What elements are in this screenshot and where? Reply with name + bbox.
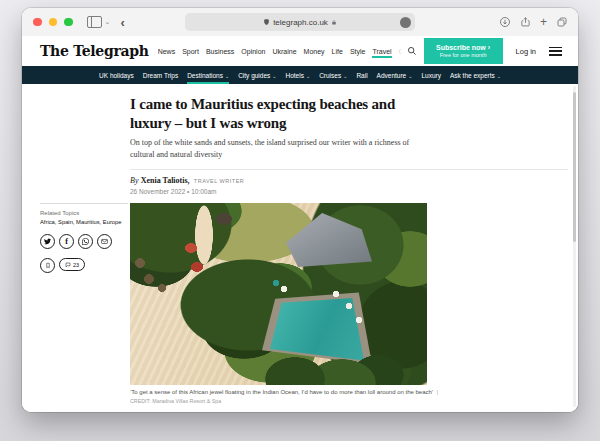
nav-opinion[interactable]: Opinion bbox=[241, 45, 265, 58]
desktop-background: ⌄ ‹ telegraph.co.uk bbox=[0, 0, 600, 441]
search-button[interactable] bbox=[407, 46, 417, 56]
menu-button[interactable] bbox=[549, 47, 562, 56]
url-text: telegraph.co.uk bbox=[273, 18, 328, 27]
nav-news[interactable]: News bbox=[158, 45, 176, 58]
privacy-shield-icon bbox=[263, 18, 270, 26]
downloads-icon bbox=[499, 16, 511, 28]
byline-prefix: By bbox=[130, 176, 138, 185]
subscribe-label: Subscribe now bbox=[436, 44, 486, 51]
nav-overflow-fade bbox=[391, 36, 405, 66]
article-headline: I came to Mauritius expecting beaches an… bbox=[130, 95, 430, 133]
subnav-hotels[interactable]: Hotels⌄ bbox=[285, 66, 310, 84]
nav-style[interactable]: Style bbox=[350, 45, 366, 58]
scrollbar-thumb[interactable] bbox=[573, 92, 576, 242]
credit-text: Maradiva Villas Resort & Spa bbox=[152, 398, 221, 404]
caption-text: ‘To get a sense of this African jewel fl… bbox=[130, 389, 433, 395]
extension-icon[interactable] bbox=[400, 17, 411, 28]
chevron-right-icon: › bbox=[488, 44, 490, 51]
nav-sport[interactable]: Sport bbox=[182, 45, 199, 58]
lock-icon bbox=[331, 19, 337, 26]
new-tab-button[interactable]: + bbox=[540, 16, 547, 28]
twitter-share-button[interactable] bbox=[40, 234, 55, 249]
email-share-button[interactable] bbox=[97, 234, 112, 249]
chevron-down-icon: ⌄ bbox=[306, 73, 310, 79]
primary-nav: News Sport Business Opinion Ukraine Mone… bbox=[158, 36, 405, 66]
share-icon bbox=[520, 16, 531, 28]
subnav-dream-trips[interactable]: Dream Trips bbox=[143, 66, 178, 84]
author-role: TRAVEL WRITER bbox=[194, 178, 245, 184]
telegraph-logo[interactable]: The Telegraph bbox=[40, 43, 149, 59]
nav-money[interactable]: Money bbox=[304, 45, 325, 58]
chevron-down-icon: ⌄ bbox=[272, 73, 276, 79]
window-controls bbox=[22, 18, 73, 27]
image-caption: ‘To get a sense of this African jewel fl… bbox=[130, 388, 450, 406]
divider bbox=[130, 169, 568, 170]
tab-group-chevron-icon[interactable]: ⌄ bbox=[105, 18, 111, 26]
byline: By Xenia Taliotis, TRAVEL WRITER bbox=[130, 176, 244, 185]
whatsapp-share-button[interactable] bbox=[78, 234, 93, 249]
chevron-down-icon: ⌄ bbox=[497, 73, 501, 79]
related-topics-title: Related Topics bbox=[40, 210, 128, 216]
subscribe-sublabel: Free for one month bbox=[440, 52, 487, 58]
article-hero-image bbox=[130, 203, 427, 385]
comments-button[interactable]: 23 bbox=[59, 258, 85, 271]
minimize-button[interactable] bbox=[49, 18, 58, 27]
browser-toolbar: ⌄ ‹ telegraph.co.uk bbox=[22, 8, 578, 37]
nav-life[interactable]: Life bbox=[332, 45, 343, 58]
downloads-button[interactable] bbox=[499, 16, 511, 28]
back-button[interactable]: ‹ bbox=[120, 15, 124, 30]
subnav-ask-the-experts[interactable]: Ask the experts⌄ bbox=[450, 66, 501, 84]
chevron-down-icon: ⌄ bbox=[225, 73, 229, 79]
publish-date: 26 November 2022 • 10:00am bbox=[130, 188, 216, 195]
nav-ukraine[interactable]: Ukraine bbox=[272, 45, 296, 58]
subnav-adventure[interactable]: Adventure⌄ bbox=[377, 66, 413, 84]
twitter-icon bbox=[44, 238, 51, 245]
bookmark-button[interactable] bbox=[40, 258, 55, 273]
chevron-down-icon: ⌄ bbox=[408, 73, 412, 79]
subnav-destinations[interactable]: Destinations⌄ bbox=[187, 66, 229, 84]
facebook-icon: f bbox=[65, 238, 68, 246]
nav-travel[interactable]: Travel bbox=[372, 45, 391, 58]
close-button[interactable] bbox=[33, 18, 42, 27]
search-icon bbox=[407, 46, 417, 56]
tab-overview-button[interactable] bbox=[556, 16, 568, 28]
subnav-rail[interactable]: Rail bbox=[356, 66, 367, 84]
site-masthead: The Telegraph News Sport Business Opinio… bbox=[22, 36, 578, 66]
whatsapp-icon bbox=[82, 238, 89, 245]
subscribe-button[interactable]: Subscribe now› Free for one month bbox=[424, 38, 503, 64]
tabs-icon bbox=[556, 16, 568, 28]
subnav-uk-holidays[interactable]: UK holidays bbox=[99, 66, 134, 84]
author-name[interactable]: Xenia Taliotis, bbox=[141, 176, 190, 185]
toolbar-actions: + bbox=[499, 8, 568, 36]
chevron-down-icon: ⌄ bbox=[343, 73, 347, 79]
sidebar-icon bbox=[87, 16, 102, 28]
nav-business[interactable]: Business bbox=[206, 45, 234, 58]
address-bar[interactable]: telegraph.co.uk bbox=[185, 13, 415, 31]
related-topics-rail: Related Topics Africa, Spain, Mauritius,… bbox=[40, 203, 128, 273]
comment-count: 23 bbox=[73, 262, 79, 268]
article-content: I came to Mauritius expecting beaches an… bbox=[22, 84, 578, 412]
share-button[interactable] bbox=[520, 16, 531, 28]
comment-bubble-icon bbox=[65, 262, 71, 268]
zoom-button[interactable] bbox=[64, 18, 73, 27]
article-standfirst: On top of the white sands and sunsets, t… bbox=[130, 137, 432, 162]
email-icon bbox=[101, 238, 108, 245]
bookmark-icon bbox=[45, 262, 51, 269]
save-comment-row: 23 bbox=[40, 258, 128, 273]
subnav-luxury[interactable]: Luxury bbox=[421, 66, 441, 84]
sidebar-toggle-button[interactable] bbox=[87, 16, 102, 28]
related-topics-links[interactable]: Africa, Spain, Mauritius, Europe bbox=[40, 219, 128, 225]
share-row: f bbox=[40, 234, 128, 249]
subnav-city-guides[interactable]: City guides⌄ bbox=[238, 66, 276, 84]
hamburger-icon bbox=[549, 47, 562, 49]
facebook-share-button[interactable]: f bbox=[59, 234, 74, 249]
hero-art-palm-canopy bbox=[130, 203, 427, 385]
browser-window: ⌄ ‹ telegraph.co.uk bbox=[22, 8, 578, 412]
subnav-cruises[interactable]: Cruises⌄ bbox=[319, 66, 347, 84]
login-button[interactable]: Log in bbox=[503, 47, 549, 56]
travel-subnav: UK holidays Dream Trips Destinations⌄ Ci… bbox=[22, 66, 578, 84]
